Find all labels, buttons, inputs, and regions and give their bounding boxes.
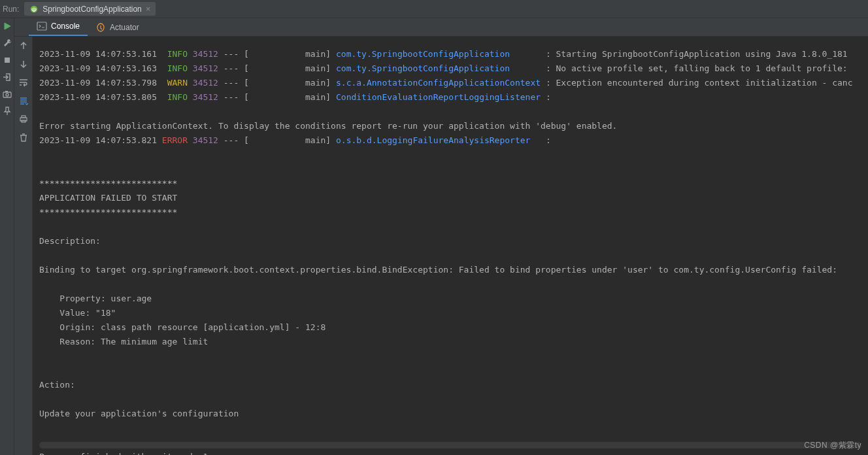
pin-icon[interactable] [2, 106, 12, 116]
log-level: INFO [167, 92, 188, 102]
close-icon[interactable]: × [146, 4, 151, 14]
log-msg: : No active profile set, falling back to… [546, 63, 853, 73]
log-level: INFO [167, 63, 188, 73]
log-level: WARN [167, 78, 188, 88]
log-pid: 34512 [193, 92, 218, 102]
svg-rect-5 [5, 91, 8, 92]
log-logger: com.ty.SpringbootConfigApplication [336, 63, 510, 73]
watermark: CSDN @紫霖ty [804, 440, 861, 451]
log-text: Value: "18" [39, 308, 116, 318]
svg-point-4 [6, 93, 8, 96]
log-level: INFO [167, 49, 188, 59]
rerun-icon[interactable] [2, 21, 12, 31]
run-config-tab[interactable]: SpringbootConfigApplication × [24, 2, 156, 16]
log-level: ERROR [162, 135, 188, 145]
log-thread: main [305, 135, 326, 145]
svg-marker-1 [5, 23, 10, 29]
exit-icon[interactable] [2, 72, 12, 82]
run-label: Run: [3, 5, 19, 14]
log-thread: main [305, 63, 326, 73]
log-text: Action: [39, 380, 75, 390]
log-msg: : Starting SpringbootConfigApplication u… [546, 49, 848, 59]
actuator-icon [95, 22, 106, 33]
log-pid: 34512 [193, 63, 218, 73]
log-text: Description: [39, 236, 101, 246]
run-config-label: SpringbootConfigApplication [42, 5, 141, 14]
console-tools-gutter [14, 37, 33, 455]
svg-rect-2 [5, 58, 10, 63]
log-thread: main [305, 78, 326, 88]
print-icon[interactable] [18, 114, 29, 124]
tab-console[interactable]: Console [29, 17, 88, 36]
log-text: *************************** [39, 178, 177, 188]
tab-console-label: Console [51, 22, 80, 31]
run-actions-gutter [0, 18, 14, 455]
tab-actuator-label: Actuator [110, 23, 139, 32]
log-msg: : [541, 92, 551, 102]
log-text: Update your application's configuration [39, 409, 239, 418]
svg-rect-3 [3, 92, 11, 97]
wrench-icon[interactable] [2, 38, 12, 48]
arrow-up-icon[interactable] [18, 41, 29, 51]
log-pid: 34512 [193, 135, 218, 145]
log-text: Binding to target org.springframework.bo… [39, 265, 837, 275]
log-ts: 2023-11-09 14:07:53.805 [39, 92, 157, 102]
horizontal-scrollbar[interactable] [39, 442, 861, 448]
stop-icon[interactable] [2, 55, 12, 65]
log-text: Origin: class path resource [application… [39, 322, 326, 332]
log-text: *************************** [39, 207, 177, 217]
log-msg: : [530, 135, 550, 145]
log-logger: com.ty.SpringbootConfigApplication [336, 49, 510, 59]
camera-icon[interactable] [2, 89, 12, 99]
log-msg: : Exception encountered during context i… [541, 78, 852, 88]
log-ts: 2023-11-09 14:07:53.798 [39, 78, 157, 88]
soft-wrap-icon[interactable] [18, 77, 29, 88]
log-text: Property: user.age [39, 294, 152, 303]
log-logger: ConditionEvaluationReportLoggingListener [336, 92, 541, 102]
log-thread: main [305, 92, 326, 102]
console-output[interactable]: 2023-11-09 14:07:53.161 INFO 34512 --- [… [33, 37, 868, 455]
log-pid: 34512 [193, 78, 218, 88]
trash-icon[interactable] [18, 132, 29, 143]
terminal-icon [37, 21, 47, 31]
log-thread: main [305, 49, 326, 59]
log-text: Error starting ApplicationContext. To di… [39, 121, 617, 131]
log-text: Reason: The minimum age limit [39, 337, 208, 346]
log-ts: 2023-11-09 14:07:53.161 [39, 49, 157, 59]
svg-rect-8 [22, 116, 25, 118]
arrow-down-icon[interactable] [18, 59, 29, 69]
log-logger: s.c.a.AnnotationConfigApplicationContext [336, 78, 541, 88]
log-ts: 2023-11-09 14:07:53.821 [39, 135, 157, 145]
log-text: APPLICATION FAILED TO START [39, 193, 177, 203]
tab-actuator[interactable]: Actuator [88, 18, 147, 36]
log-pid: 34512 [193, 49, 218, 59]
log-text: Process finished with exit code 1 [39, 452, 208, 455]
scroll-to-end-icon[interactable] [18, 95, 29, 106]
log-ts: 2023-11-09 14:07:53.163 [39, 63, 157, 73]
svg-rect-6 [37, 22, 46, 30]
log-logger: o.s.b.d.LoggingFailureAnalysisReporter [336, 135, 530, 145]
spring-boot-icon [29, 5, 39, 14]
